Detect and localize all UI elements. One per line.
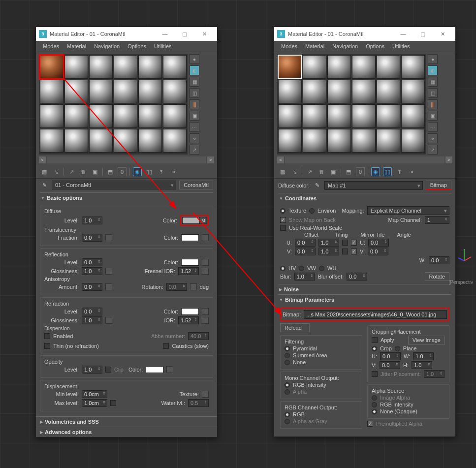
reflection-map-button[interactable] [202,259,209,266]
u-offset-spinner[interactable]: 0.0 [295,239,316,247]
options-icon[interactable]: ⋯ [428,122,438,132]
crop-h-spinner[interactable]: 1.0 [412,361,432,369]
caustics-checkbox[interactable] [163,343,169,349]
premultiplied-checkbox[interactable] [367,421,373,427]
translucency-color-swatch[interactable] [181,234,199,241]
sample-uv-icon[interactable]: ◫ [190,88,199,98]
clip-checkbox[interactable] [105,367,111,373]
sample-slot[interactable] [89,80,113,103]
menu-utilities[interactable]: Utilities [388,42,413,50]
v-tile-checkbox[interactable] [351,249,357,254]
backlight-icon[interactable]: ◐ [428,65,438,75]
video-color-icon[interactable]: ||| [190,99,199,109]
sample-slot[interactable] [114,80,137,103]
pyramidal-radio[interactable] [285,346,290,351]
aniso-rot-map-button[interactable] [190,283,197,290]
refraction-gloss-spinner[interactable]: 1.0 [82,316,102,324]
alpha-gray-radio[interactable] [285,419,290,424]
sample-slot-1[interactable] [40,55,63,79]
sample-slot[interactable] [327,104,351,128]
sample-slot[interactable] [64,55,88,79]
bitmap-parameters-rollout[interactable]: ▼Bitmap Parameters [278,294,451,305]
sample-slot[interactable] [64,104,88,128]
assign-icon[interactable]: ↗ [67,167,76,176]
advanced-options-rollout[interactable]: ▶Advanced options [36,427,217,437]
refraction-ior-spinner[interactable]: 1.52 [178,316,199,324]
maximize-button[interactable]: ▢ [413,27,433,41]
make-copy-icon[interactable]: ▣ [91,167,99,176]
sample-slot[interactable] [377,104,400,128]
noise-rollout[interactable]: ▶Noise [278,284,451,294]
v-offset-spinner[interactable]: 0.0 [295,248,316,255]
sample-slot[interactable] [114,129,137,153]
refraction-gloss-map-button[interactable] [105,317,112,324]
sample-slot[interactable] [303,129,326,153]
show-end-result-icon[interactable]: ▯▯ [145,167,154,176]
coordinates-rollout[interactable]: ▼Coordinates [278,193,451,203]
go-forward-icon[interactable]: ↠ [407,167,415,176]
reset-icon[interactable]: 🗑 [79,167,88,176]
sample-slot[interactable] [163,104,187,128]
backlight-icon[interactable]: ◐ [190,65,199,75]
titlebar[interactable]: 3 Material Editor - 01 - CoronaMtl — ▢ ✕ [274,27,455,41]
diffuse-map-button[interactable]: M [200,217,207,224]
sample-type-icon[interactable]: ● [428,54,438,64]
go-forward-icon[interactable]: ↠ [168,167,177,176]
blur-offset-spinner[interactable]: 0.0 [347,273,367,281]
crop-v-spinner[interactable]: 0.0 [380,361,400,369]
minimize-button[interactable]: — [155,27,175,41]
sample-slot[interactable] [327,80,351,103]
texture-radio[interactable] [280,208,286,214]
real-world-checkbox[interactable] [280,225,286,231]
sample-slot[interactable] [352,104,376,128]
sample-slot[interactable] [89,104,113,128]
jitter-checkbox[interactable] [372,371,378,377]
min-level-spinner[interactable]: 0.0cm [82,390,107,398]
refraction-ior-map-button[interactable] [202,317,209,324]
sample-slot[interactable] [352,129,376,153]
summed-area-radio[interactable] [285,353,290,358]
menu-options[interactable]: Options [362,42,388,50]
video-color-icon[interactable]: ||| [428,99,438,109]
u-tile-checkbox[interactable] [351,240,357,246]
fresnel-ior-map-button[interactable] [202,268,209,275]
diffuse-level-spinner[interactable]: 1.0 [82,217,102,224]
options-icon[interactable]: ⋯ [190,122,199,132]
sample-slot[interactable] [278,104,302,128]
pick-material-icon[interactable]: ✎ [40,181,49,189]
menu-navigation[interactable]: Navigation [90,42,124,50]
menu-modes[interactable]: Modes [277,42,301,50]
opacity-map-button[interactable] [166,366,173,373]
menu-utilities[interactable]: Utilities [150,42,175,50]
translucency-color-map-button[interactable] [202,234,209,241]
sample-slot[interactable] [89,55,113,79]
diffuse-color-swatch[interactable] [182,217,200,224]
material-id-icon[interactable]: 0 [356,167,365,176]
assign-icon[interactable]: ↗ [305,167,314,176]
scroll-right-button[interactable]: > [445,156,452,163]
select-by-icon[interactable]: ⋄ [190,133,199,143]
translucency-fraction-spinner[interactable]: 0.0 [82,234,102,242]
show-in-viewport-icon[interactable]: ◉ [371,167,380,176]
u-mirror-checkbox[interactable] [342,240,348,246]
material-map-nav-icon[interactable]: ↗ [190,145,199,155]
put-to-scene-icon[interactable]: ↘ [52,167,61,176]
thin-checkbox[interactable] [44,343,50,349]
menu-material[interactable]: Material [301,42,328,50]
sample-slot-1[interactable] [278,55,302,79]
none-filter-radio[interactable] [285,360,290,365]
get-material-icon[interactable]: ▩ [278,167,287,176]
sample-slot[interactable] [89,129,113,153]
sample-slot[interactable] [327,129,351,153]
w-angle-spinner[interactable]: 0.0 [429,256,449,264]
make-preview-icon[interactable]: ▣ [190,111,199,121]
sample-slot[interactable] [138,55,162,79]
menu-navigation[interactable]: Navigation [328,42,362,50]
aniso-map-button[interactable] [105,283,112,290]
sample-slot[interactable] [163,55,187,79]
aniso-rotation-spinner[interactable]: 0.0 [166,283,187,291]
show-end-result-icon[interactable]: ▯▯ [383,167,392,176]
titlebar[interactable]: 3 Material Editor - 01 - CoronaMtl — ▢ ✕ [36,27,217,41]
sample-slot[interactable] [40,80,63,103]
v-mirror-checkbox[interactable] [342,249,348,254]
